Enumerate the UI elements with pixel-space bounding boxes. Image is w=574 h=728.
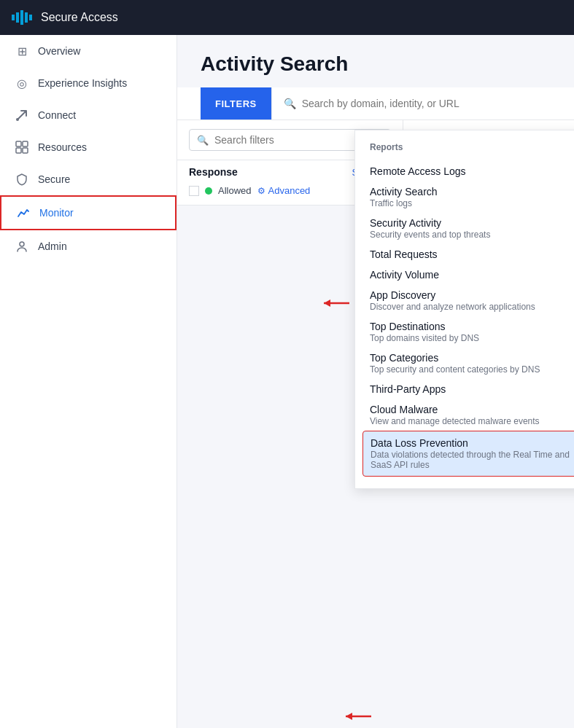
svg-rect-7 <box>23 141 28 146</box>
reports-section-title: Reports <box>370 142 574 152</box>
resources-icon <box>15 140 29 154</box>
app-discovery-label: App Discovery <box>370 289 435 301</box>
dlp-arrow-indicator <box>342 709 379 727</box>
top-destinations-label: Top Destinations <box>370 321 446 332</box>
sidebar-label-overview: Overview <box>38 45 80 57</box>
top-navigation: Secure Access <box>0 0 574 35</box>
monitor-arrow-indicator <box>320 296 357 313</box>
search-input[interactable] <box>302 98 539 109</box>
dropdown-item-remote-access-logs[interactable]: Remote Access Logs <box>370 161 574 181</box>
data-loss-prevention-subtitle: Data violations detected through the Rea… <box>371 450 574 470</box>
sidebar-item-resources[interactable]: Resources <box>0 131 177 163</box>
dropdown-item-top-categories[interactable]: Top Categories Top security and content … <box>370 348 574 379</box>
allowed-text: Allowed <box>218 185 252 196</box>
filters-button[interactable]: FILTERS <box>201 87 271 120</box>
security-activity-subtitle: Security events and top threats <box>370 230 574 240</box>
third-party-apps-label: Third-Party Apps <box>370 383 446 395</box>
search-input-wrap: 🔍 <box>271 87 551 120</box>
svg-point-10 <box>20 242 24 246</box>
page-title: Activity Search <box>201 52 551 76</box>
top-destinations-subtitle: Top domains visited by DNS <box>370 333 574 343</box>
sidebar-label-resources: Resources <box>38 141 87 153</box>
sidebar-label-experience-insights: Experience Insights <box>38 77 127 89</box>
sidebar-label-secure: Secure <box>38 173 70 185</box>
response-label: Response <box>189 166 238 178</box>
dropdown-item-total-requests[interactable]: Total Requests <box>370 244 574 265</box>
sidebar-label-admin: Admin <box>38 240 67 252</box>
search-bar-row: FILTERS 🔍 <box>177 87 574 120</box>
dropdown-item-top-destinations[interactable]: Top Destinations Top domains visited by … <box>370 316 574 348</box>
app-title: Secure Access <box>41 11 118 24</box>
svg-rect-0 <box>12 15 15 20</box>
page-header: Activity Search <box>177 35 574 87</box>
sidebar-item-secure[interactable]: Secure <box>0 163 177 195</box>
app-discovery-subtitle: Discover and analyze network application… <box>370 302 574 312</box>
dropdown-item-app-discovery[interactable]: App Discovery Discover and analyze netwo… <box>370 285 574 316</box>
activity-search-label: Activity Search <box>370 186 438 197</box>
admin-icon <box>15 239 29 254</box>
svg-marker-12 <box>324 300 330 307</box>
secure-icon <box>15 172 29 187</box>
cisco-logo-icon <box>12 10 35 25</box>
sidebar-item-connect[interactable]: Connect <box>0 99 177 131</box>
content-area: Activity Search FILTERS 🔍 🔍 1,965 Total … <box>177 35 574 728</box>
dropdown-item-data-loss-prevention[interactable]: Data Loss Prevention Data violations det… <box>362 431 574 477</box>
dropdown-item-activity-volume[interactable]: Activity Volume <box>370 265 574 285</box>
search-icon: 🔍 <box>284 98 296 109</box>
allowed-checkbox[interactable] <box>189 186 199 196</box>
dropdown-item-activity-search[interactable]: Activity Search Traffic logs <box>370 181 574 213</box>
cloud-malware-subtitle: View and manage detected malware events <box>370 416 574 426</box>
allowed-status-dot <box>205 187 212 195</box>
advanced-button[interactable]: ⚙ Advanced <box>257 185 311 196</box>
dropdown-item-cloud-malware[interactable]: Cloud Malware View and manage detected m… <box>370 399 574 431</box>
svg-rect-6 <box>16 141 21 146</box>
sidebar-label-connect: Connect <box>38 109 76 121</box>
svg-marker-14 <box>346 713 352 720</box>
gear-icon: ⚙ <box>257 186 265 196</box>
top-categories-subtitle: Top security and content categories by D… <box>370 364 574 375</box>
experience-insights-icon: ◎ <box>15 76 29 90</box>
dropdown-menu: Reports Remote Access Logs Activity Sear… <box>354 130 574 489</box>
sidebar-item-admin[interactable]: Admin <box>0 230 177 262</box>
monitor-icon <box>16 206 31 220</box>
sidebar-item-monitor[interactable]: Monitor <box>0 195 177 230</box>
top-categories-label: Top Categories <box>370 352 438 364</box>
advanced-label: Advanced <box>268 185 311 196</box>
sidebar: ⊞ Overview ◎ Experience Insights Connect <box>0 35 177 728</box>
activity-search-subtitle: Traffic logs <box>370 198 574 208</box>
total-requests-label: Total Requests <box>370 248 438 260</box>
data-loss-prevention-label: Data Loss Prevention <box>371 437 468 449</box>
security-activity-label: Security Activity <box>370 217 441 229</box>
dropdown-reports-section: Reports Remote Access Logs Activity Sear… <box>355 130 574 488</box>
sidebar-item-overview[interactable]: ⊞ Overview <box>0 35 177 67</box>
overview-icon: ⊞ <box>15 44 29 58</box>
svg-rect-9 <box>23 148 28 153</box>
cloud-malware-label: Cloud Malware <box>370 404 438 415</box>
sidebar-label-monitor: Monitor <box>39 207 74 219</box>
svg-rect-1 <box>16 12 19 23</box>
cisco-logo: Secure Access <box>12 10 118 25</box>
svg-rect-2 <box>20 10 23 25</box>
connect-icon <box>15 108 29 122</box>
svg-rect-8 <box>16 148 21 153</box>
dropdown-item-third-party-apps[interactable]: Third-Party Apps <box>370 379 574 399</box>
svg-rect-4 <box>29 15 32 20</box>
remote-access-logs-label: Remote Access Logs <box>370 165 466 177</box>
sidebar-item-experience-insights[interactable]: ◎ Experience Insights <box>0 67 177 99</box>
filter-search-icon: 🔍 <box>197 135 209 146</box>
main-layout: ⊞ Overview ◎ Experience Insights Connect <box>0 35 574 728</box>
svg-rect-3 <box>25 12 28 23</box>
dropdown-item-security-activity[interactable]: Security Activity Security events and to… <box>370 213 574 244</box>
activity-volume-label: Activity Volume <box>370 269 439 281</box>
svg-point-5 <box>16 118 19 121</box>
